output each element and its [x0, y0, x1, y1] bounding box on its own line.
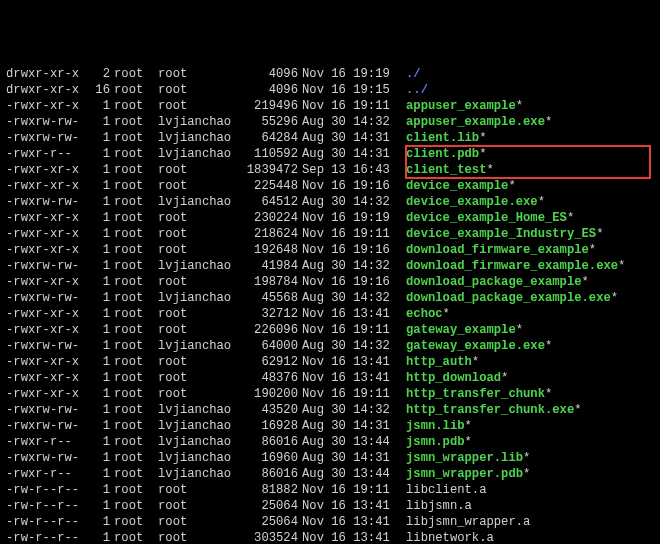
date: Aug 30 14:32 — [302, 290, 402, 306]
type-suffix: * — [582, 275, 589, 289]
file-entry: -rw-r--r--1rootroot303524Nov 16 13:41lib… — [6, 530, 654, 544]
link-count: 16 — [88, 82, 110, 98]
owner: root — [114, 146, 154, 162]
filename: download_package_example — [406, 274, 582, 290]
owner: root — [114, 482, 154, 498]
group: lvjianchao — [158, 114, 238, 130]
permissions: -rwxrw-rw- — [6, 130, 88, 146]
date: Aug 30 14:31 — [302, 146, 402, 162]
size: 16960 — [238, 450, 298, 466]
permissions: -rwxr-xr-x — [6, 162, 88, 178]
size: 55296 — [238, 114, 298, 130]
permissions: -rw-r--r-- — [6, 530, 88, 544]
type-suffix: * — [567, 211, 574, 225]
type-suffix: * — [472, 355, 479, 369]
group: lvjianchao — [158, 258, 238, 274]
size: 190200 — [238, 386, 298, 402]
link-count: 1 — [88, 258, 110, 274]
link-count: 1 — [88, 450, 110, 466]
filename: client_test — [406, 162, 486, 178]
date: Aug 30 14:31 — [302, 450, 402, 466]
size: 226096 — [238, 322, 298, 338]
owner: root — [114, 274, 154, 290]
type-suffix: * — [523, 467, 530, 481]
file-entry: -rwxr-r--1rootlvjianchao86016Aug 30 13:4… — [6, 466, 654, 482]
file-entry: -rwxr-xr-x1rootroot219496Nov 16 19:11app… — [6, 98, 654, 114]
owner: root — [114, 498, 154, 514]
group: root — [158, 306, 238, 322]
group: root — [158, 386, 238, 402]
filename: appuser_example.exe — [406, 114, 545, 130]
type-suffix: * — [516, 99, 523, 113]
file-entry: -rwxr-xr-x1rootroot190200Nov 16 19:11htt… — [6, 386, 654, 402]
owner: root — [114, 322, 154, 338]
filename: client.lib — [406, 130, 479, 146]
filename: device_example — [406, 178, 508, 194]
type-suffix: * — [545, 387, 552, 401]
file-entry: -rwxr-r--1rootlvjianchao110592Aug 30 14:… — [6, 146, 654, 162]
permissions: -rwxr-xr-x — [6, 178, 88, 194]
type-suffix: * — [618, 259, 625, 273]
owner: root — [114, 82, 154, 98]
link-count: 1 — [88, 290, 110, 306]
size: 41984 — [238, 258, 298, 274]
size: 192648 — [238, 242, 298, 258]
filename: libnetwork.a — [406, 530, 494, 544]
filename: device_example_Home_ES — [406, 210, 567, 226]
group: root — [158, 98, 238, 114]
file-entry: -rwxr-xr-x1rootroot218624Nov 16 19:11dev… — [6, 226, 654, 242]
date: Sep 13 16:43 — [302, 162, 402, 178]
file-entry: -rwxr-xr-x1rootroot32712Nov 16 13:41echo… — [6, 306, 654, 322]
type-suffix: * — [465, 435, 472, 449]
owner: root — [114, 194, 154, 210]
permissions: -rwxrw-rw- — [6, 338, 88, 354]
file-entry: drwxr-xr-x16rootroot4096Nov 16 19:15../ — [6, 82, 654, 98]
file-entry: -rw-r--r--1rootroot81882Nov 16 19:11libc… — [6, 482, 654, 498]
permissions: -rwxr-xr-x — [6, 370, 88, 386]
date: Aug 30 14:31 — [302, 130, 402, 146]
permissions: -rwxr-r-- — [6, 434, 88, 450]
group: lvjianchao — [158, 338, 238, 354]
link-count: 2 — [88, 66, 110, 82]
date: Aug 30 13:44 — [302, 434, 402, 450]
date: Aug 30 14:32 — [302, 258, 402, 274]
type-suffix: * — [538, 195, 545, 209]
filename: jsmn_wrapper.lib — [406, 450, 523, 466]
date: Aug 30 14:32 — [302, 402, 402, 418]
owner: root — [114, 466, 154, 482]
owner: root — [114, 514, 154, 530]
owner: root — [114, 114, 154, 130]
link-count: 1 — [88, 306, 110, 322]
filename: download_firmware_example — [406, 242, 589, 258]
date: Nov 16 13:41 — [302, 306, 402, 322]
type-suffix: * — [611, 291, 618, 305]
permissions: -rwxr-xr-x — [6, 306, 88, 322]
date: Nov 16 13:41 — [302, 530, 402, 544]
file-entry: -rwxr-xr-x1rootroot198784Nov 16 19:16dow… — [6, 274, 654, 290]
filename: download_firmware_example.exe — [406, 258, 618, 274]
owner: root — [114, 386, 154, 402]
type-suffix: * — [479, 147, 486, 161]
filename: device_example_Industry_ES — [406, 226, 596, 242]
link-count: 1 — [88, 130, 110, 146]
file-entry: -rwxrw-rw-1rootlvjianchao64000Aug 30 14:… — [6, 338, 654, 354]
link-count: 1 — [88, 226, 110, 242]
date: Nov 16 19:19 — [302, 66, 402, 82]
size: 62912 — [238, 354, 298, 370]
size: 225448 — [238, 178, 298, 194]
size: 86016 — [238, 434, 298, 450]
group: lvjianchao — [158, 130, 238, 146]
permissions: -rwxr-r-- — [6, 146, 88, 162]
date: Aug 30 14:32 — [302, 338, 402, 354]
group: lvjianchao — [158, 290, 238, 306]
link-count: 1 — [88, 98, 110, 114]
size: 48376 — [238, 370, 298, 386]
type-suffix: * — [501, 371, 508, 385]
link-count: 1 — [88, 338, 110, 354]
size: 16928 — [238, 418, 298, 434]
size: 218624 — [238, 226, 298, 242]
permissions: drwxr-xr-x — [6, 82, 88, 98]
owner: root — [114, 258, 154, 274]
group: root — [158, 482, 238, 498]
size: 64284 — [238, 130, 298, 146]
